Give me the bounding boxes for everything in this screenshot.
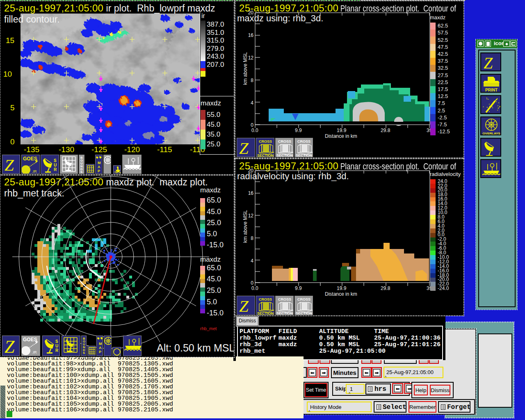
svg-text:P: P: [99, 350, 101, 354]
svg-text:OVERLAYS: OVERLAYS: [482, 132, 500, 135]
svg-text:U: U: [54, 163, 57, 167]
svg-text:SECTION: SECTION: [276, 153, 293, 157]
svg-text:Z: Z: [5, 337, 15, 356]
svg-text:CROSS: CROSS: [297, 139, 310, 144]
svg-text:M: M: [98, 161, 101, 165]
svg-text:R: R: [55, 348, 59, 353]
svg-text:SECTION: SECTION: [257, 311, 274, 315]
svg-text:CROSS: CROSS: [297, 297, 310, 301]
svg-text:Z: Z: [5, 155, 14, 174]
svg-text:.IR: .IR: [32, 169, 37, 173]
svg-text:PRINT: PRINT: [485, 88, 498, 92]
svg-text:S: S: [80, 170, 82, 174]
svg-text:CROSS: CROSS: [278, 139, 291, 144]
svg-text:M: M: [99, 342, 102, 346]
svg-text:S: S: [55, 339, 58, 344]
svg-text:SECTION: SECTION: [257, 153, 274, 157]
svg-text:A: A: [98, 165, 100, 169]
svg-text:U: U: [55, 344, 58, 348]
svg-text:R: R: [54, 167, 57, 172]
svg-text:S: S: [54, 158, 57, 163]
svg-text:Z: Z: [484, 54, 493, 71]
svg-text:P: P: [98, 169, 100, 173]
svg-text:S: S: [83, 351, 85, 355]
svg-text:CROSS: CROSS: [259, 139, 272, 144]
svg-text:SECTION: SECTION: [296, 153, 312, 157]
svg-text:.IR: .IR: [32, 350, 37, 354]
svg-text:SECTION: SECTION: [296, 311, 312, 315]
svg-text:Z: Z: [239, 139, 249, 157]
svg-text:Z: Z: [239, 297, 249, 315]
svg-text:SECTION: SECTION: [276, 311, 293, 315]
svg-text:GOES: GOES: [23, 337, 37, 342]
svg-text:CROSS: CROSS: [259, 297, 272, 301]
svg-text:GOES: GOES: [23, 156, 37, 162]
svg-text:A: A: [99, 346, 102, 350]
svg-text:CROSS: CROSS: [278, 297, 291, 301]
